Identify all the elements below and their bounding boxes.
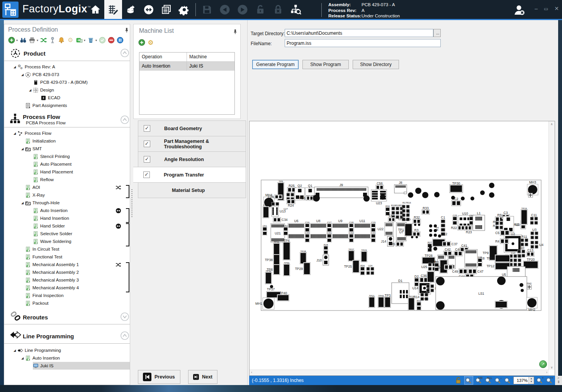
dropdown-caret-icon[interactable]: ▾ <box>84 39 85 42</box>
splitter-grip[interactable] <box>131 189 132 218</box>
expander-icon[interactable]: ◢ <box>20 201 25 205</box>
tree-item-mechanical-assembly-3[interactable]: Mechanical Assembly 3 <box>4 276 130 284</box>
expander-icon[interactable]: ◢ <box>12 65 17 69</box>
tree-item-process-rev-a[interactable]: ◢⚙⚙Process Rev: A <box>4 63 130 71</box>
checkbox-checked-icon[interactable]: ✓ <box>143 171 150 178</box>
expander-icon[interactable]: ◢ <box>20 147 25 151</box>
step-program-transfer[interactable]: ✓Program Transfer <box>133 167 246 183</box>
tree-item-ecad[interactable]: ECAD <box>4 94 130 102</box>
tree-item-x-ray[interactable]: X-Ray <box>4 191 130 199</box>
tree-item-in-circuit-test[interactable]: In Circuit Test <box>4 245 130 253</box>
zoom-in-icon[interactable]: + <box>536 377 544 384</box>
column-operation[interactable]: Operation <box>139 53 187 61</box>
gear-gold-icon[interactable]: ⚙ <box>147 39 154 46</box>
shuffle-green-icon[interactable] <box>40 37 47 44</box>
zoom-100-icon[interactable]: 100 <box>475 377 483 384</box>
close-icon[interactable]: ✕ <box>554 5 559 12</box>
maximize-icon[interactable]: ▭ <box>544 5 548 12</box>
dropdown-caret-icon[interactable]: ▾ <box>95 39 97 42</box>
column-machine[interactable]: Machine <box>187 53 234 61</box>
checkbox-checked-icon[interactable]: ✓ <box>144 156 150 163</box>
tree-item-reflow[interactable]: Reflow <box>4 176 130 183</box>
add-icon[interactable] <box>138 39 145 46</box>
tree-item-smt[interactable]: ◢SMT <box>4 145 130 153</box>
padlock-gold-icon[interactable] <box>455 377 463 384</box>
search-binoculars-icon[interactable] <box>20 37 27 44</box>
lock-x-icon[interactable] <box>269 0 287 19</box>
bell-icon[interactable] <box>58 37 65 44</box>
dropdown-caret-icon[interactable]: ▾ <box>16 39 18 42</box>
show-directory-button[interactable]: Show Directory <box>353 60 399 69</box>
pcb-viewer[interactable]: MH4TP5C26R25R24C27Q2Q1R26J9C56U23J8TP30M… <box>249 121 555 376</box>
tree-item-stencil-printing[interactable]: Stencil Printing <box>4 153 130 160</box>
print-icon[interactable] <box>29 37 36 44</box>
step-part-management-troubleshooting[interactable]: ✓Part Management & Troubleshooting <box>138 136 246 152</box>
process-definition-icon[interactable] <box>104 0 122 19</box>
tree-item-initialization[interactable]: Initialization <box>4 137 130 145</box>
zoom-all-icon[interactable]: ALL <box>484 377 492 384</box>
section-process-flow[interactable]: Process Flow <box>23 114 60 120</box>
step-material-setup[interactable]: Material Setup <box>138 182 246 198</box>
section-reroutes[interactable]: Reroutes <box>23 314 48 321</box>
user-logout-icon[interactable] <box>513 3 526 17</box>
save-icon[interactable] <box>198 0 216 19</box>
step-angle-resolution[interactable]: ✓Angle Resolution <box>138 151 246 167</box>
step-board-geometry[interactable]: ✓Board Geometry <box>138 120 246 136</box>
vertical-scrollbar[interactable]: ∧∨ <box>548 121 555 370</box>
status-ready-icon[interactable] <box>99 37 106 44</box>
zoom-level-spinner[interactable]: ▲▼ <box>513 377 534 384</box>
delete-icon[interactable] <box>87 37 94 44</box>
viewer-corner-tools[interactable]: ⌕⇕ <box>555 376 562 385</box>
zoom-level-input[interactable] <box>514 378 528 383</box>
tree-item-hand-placement[interactable]: Hand Placement <box>4 168 130 176</box>
projector-icon[interactable] <box>49 37 56 44</box>
redo-icon[interactable] <box>234 0 251 19</box>
add-icon[interactable] <box>8 37 15 44</box>
tree-item-aoi[interactable]: AOI <box>4 183 130 191</box>
collapse-up-icon[interactable] <box>121 115 129 124</box>
section-product[interactable]: Product <box>24 50 46 57</box>
previous-button[interactable]: Previous <box>138 370 180 384</box>
tree-item-wave-soldering[interactable]: Wave Soldering <box>4 238 130 245</box>
expander-icon[interactable]: ◢ <box>27 88 33 92</box>
tree-item-mechanical-assembly-1[interactable]: Mechanical Assembly 1 <box>4 261 130 268</box>
home-icon[interactable] <box>87 0 104 19</box>
zoom-in-fast-icon[interactable]: ++ <box>545 377 554 384</box>
flow-search-icon[interactable] <box>287 0 305 19</box>
pcb-board-canvas[interactable]: MH4TP5C26R25R24C27Q2Q1R26J9C56U23J8TP30M… <box>250 121 549 370</box>
tree-item-mechanical-assembly-4[interactable]: Mechanical Assembly 4 <box>4 284 130 292</box>
tree-item-part-assignments[interactable]: Part Assignments <box>4 102 130 109</box>
status-pause-icon[interactable] <box>117 37 124 44</box>
tree-item-functional-test[interactable]: Functional Test <box>4 253 130 261</box>
expander-icon[interactable]: ◢ <box>12 349 17 352</box>
tree-item-selective-solder[interactable]: Selective Solder <box>4 230 130 238</box>
fit-view-button[interactable]: ↗ <box>539 360 547 368</box>
minimize-icon[interactable]: – <box>535 5 538 12</box>
tree-item-process-flow[interactable]: ◢Process Flow <box>4 129 130 137</box>
gear-pale-icon[interactable]: ⚙ <box>67 37 74 44</box>
documents-icon[interactable] <box>158 0 175 19</box>
checkbox-checked-icon[interactable]: ✓ <box>144 141 150 147</box>
tree-item-pcb-429-073-a-bom-[interactable]: PCB 429-073 - A (BOM) <box>4 78 130 86</box>
tree-item-pcb-429-073[interactable]: ◢PCB 429-073 <box>4 71 130 78</box>
collapse-up-icon[interactable] <box>121 331 129 340</box>
next-button[interactable]: Next <box>188 370 217 384</box>
collapse-up-icon[interactable] <box>121 49 129 57</box>
zoom-region-icon[interactable] <box>464 376 473 385</box>
spinner-arrows-icon[interactable]: ▲▼ <box>528 377 534 384</box>
tree-item-hand-solder[interactable]: Hand Solder <box>4 222 130 230</box>
export-icon[interactable] <box>76 37 83 44</box>
expander-icon[interactable]: ◢ <box>20 356 25 360</box>
generate-program-button[interactable]: Generate Program <box>252 60 299 69</box>
target-directory-input[interactable] <box>285 29 433 37</box>
tree-item-final-inspection[interactable]: Final Inspection <box>4 292 130 299</box>
settings-gear-icon[interactable] <box>175 0 193 19</box>
horizontal-scrollbar[interactable]: ‹› <box>250 370 549 375</box>
section-line-programming[interactable]: Line Programming <box>23 333 74 339</box>
tree-item-auto-insertion[interactable]: Auto Insertion <box>4 207 130 214</box>
tree-item-line-programming[interactable]: ◢Line Programming <box>4 346 130 354</box>
materials-icon[interactable] <box>122 0 140 19</box>
tree-item-juki-is[interactable]: Juki IS <box>4 362 130 370</box>
machine-table-row[interactable]: Auto InsertionJuki IS <box>139 62 234 71</box>
expander-icon[interactable]: ◢ <box>12 132 17 135</box>
